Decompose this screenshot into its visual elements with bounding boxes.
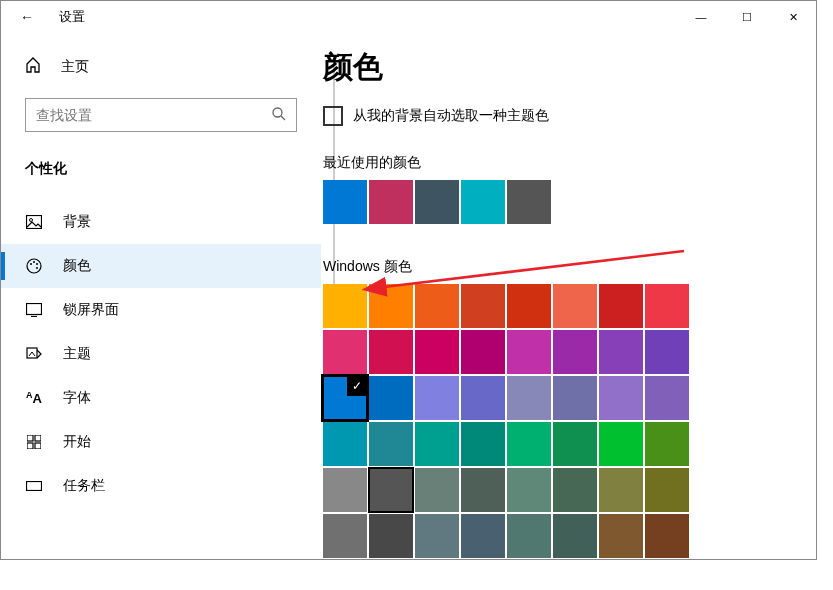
- nav-label: 主题: [63, 345, 91, 363]
- color-swatch[interactable]: [415, 284, 459, 328]
- sidebar-item-2[interactable]: 锁屏界面: [1, 288, 321, 332]
- color-swatch[interactable]: [461, 514, 505, 558]
- color-swatch[interactable]: [645, 284, 689, 328]
- sidebar: 主页 个性化 背景颜色锁屏界面主题AA字体开始任务栏: [1, 33, 321, 559]
- svg-rect-11: [27, 348, 37, 358]
- svg-rect-9: [27, 304, 42, 315]
- search-icon: [271, 106, 287, 125]
- window-controls: — ☐ ✕: [678, 1, 816, 33]
- checkbox-icon: [323, 106, 343, 126]
- back-button[interactable]: ←: [15, 9, 39, 25]
- color-swatch[interactable]: [369, 376, 413, 420]
- window-title: 设置: [59, 8, 85, 26]
- color-swatch[interactable]: [461, 284, 505, 328]
- color-swatch[interactable]: [599, 468, 643, 512]
- color-swatch[interactable]: [323, 330, 367, 374]
- svg-line-1: [281, 116, 285, 120]
- sidebar-item-5[interactable]: 开始: [1, 420, 321, 464]
- color-swatch[interactable]: [323, 422, 367, 466]
- color-swatch[interactable]: [461, 376, 505, 420]
- check-icon: ✓: [347, 376, 367, 396]
- recent-color-swatch[interactable]: [507, 180, 551, 224]
- color-swatch[interactable]: [645, 514, 689, 558]
- color-swatch[interactable]: [369, 514, 413, 558]
- color-swatch[interactable]: [369, 284, 413, 328]
- color-swatch[interactable]: [323, 468, 367, 512]
- color-swatch[interactable]: [461, 422, 505, 466]
- color-swatch[interactable]: [323, 514, 367, 558]
- color-swatch[interactable]: [645, 376, 689, 420]
- sidebar-item-0[interactable]: 背景: [1, 200, 321, 244]
- nav-label: 开始: [63, 433, 91, 451]
- color-swatch[interactable]: [553, 330, 597, 374]
- color-swatch[interactable]: [599, 284, 643, 328]
- color-swatch[interactable]: [461, 330, 505, 374]
- sidebar-item-6[interactable]: 任务栏: [1, 464, 321, 508]
- color-swatch[interactable]: [415, 330, 459, 374]
- recent-color-swatch[interactable]: [323, 180, 367, 224]
- color-swatch[interactable]: [507, 284, 551, 328]
- svg-rect-2: [27, 216, 42, 229]
- color-swatch[interactable]: [369, 468, 413, 512]
- sidebar-item-4[interactable]: AA字体: [1, 376, 321, 420]
- color-swatch[interactable]: [415, 422, 459, 466]
- title-bar: ← 设置 — ☐ ✕: [1, 1, 816, 33]
- color-swatch[interactable]: [507, 330, 551, 374]
- content-area: 颜色 从我的背景自动选取一种主题色 最近使用的颜色 Windows 颜色 ✓: [321, 33, 816, 559]
- nav-icon: [25, 435, 43, 449]
- maximize-button[interactable]: ☐: [724, 1, 770, 33]
- search-input[interactable]: [25, 98, 297, 132]
- recent-colors: [323, 180, 816, 224]
- close-button[interactable]: ✕: [770, 1, 816, 33]
- color-swatch[interactable]: [415, 468, 459, 512]
- sidebar-item-3[interactable]: 主题: [1, 332, 321, 376]
- color-swatch[interactable]: [645, 468, 689, 512]
- color-swatch[interactable]: [553, 284, 597, 328]
- color-swatch[interactable]: [553, 376, 597, 420]
- recent-color-swatch[interactable]: [369, 180, 413, 224]
- home-link[interactable]: 主页: [1, 47, 321, 86]
- color-swatch[interactable]: [553, 468, 597, 512]
- page-title: 颜色: [323, 47, 816, 88]
- color-swatch[interactable]: ✓: [323, 376, 367, 420]
- search-wrap: [25, 98, 297, 132]
- windows-colors-grid: ✓: [323, 284, 816, 558]
- svg-rect-13: [35, 435, 41, 441]
- color-swatch[interactable]: [507, 468, 551, 512]
- svg-point-7: [36, 263, 38, 265]
- color-swatch[interactable]: [507, 514, 551, 558]
- minimize-button[interactable]: —: [678, 1, 724, 33]
- sidebar-item-1[interactable]: 颜色: [1, 244, 321, 288]
- color-swatch[interactable]: [599, 330, 643, 374]
- auto-pick-label: 从我的背景自动选取一种主题色: [353, 107, 549, 125]
- svg-rect-14: [27, 443, 33, 449]
- color-swatch[interactable]: [323, 284, 367, 328]
- color-swatch[interactable]: [369, 330, 413, 374]
- color-swatch[interactable]: [369, 422, 413, 466]
- color-swatch[interactable]: [415, 376, 459, 420]
- color-swatch[interactable]: [599, 422, 643, 466]
- color-swatch[interactable]: [507, 376, 551, 420]
- color-swatch[interactable]: [645, 422, 689, 466]
- group-title: 个性化: [1, 146, 321, 200]
- svg-point-5: [30, 263, 32, 265]
- color-swatch[interactable]: [553, 514, 597, 558]
- color-swatch[interactable]: [645, 330, 689, 374]
- nav-label: 颜色: [63, 257, 91, 275]
- recent-color-swatch[interactable]: [461, 180, 505, 224]
- svg-point-8: [36, 267, 38, 269]
- nav-icon: AA: [25, 390, 43, 406]
- recent-color-swatch[interactable]: [415, 180, 459, 224]
- color-swatch[interactable]: [599, 376, 643, 420]
- color-swatch[interactable]: [507, 422, 551, 466]
- nav-label: 任务栏: [63, 477, 105, 495]
- color-swatch[interactable]: [599, 514, 643, 558]
- color-swatch[interactable]: [553, 422, 597, 466]
- nav-label: 背景: [63, 213, 91, 231]
- nav-icon: [25, 303, 43, 317]
- auto-pick-checkbox-row[interactable]: 从我的背景自动选取一种主题色: [323, 106, 816, 126]
- home-label: 主页: [61, 58, 89, 76]
- color-swatch[interactable]: [415, 514, 459, 558]
- color-swatch[interactable]: [461, 468, 505, 512]
- nav-icon: [25, 481, 43, 491]
